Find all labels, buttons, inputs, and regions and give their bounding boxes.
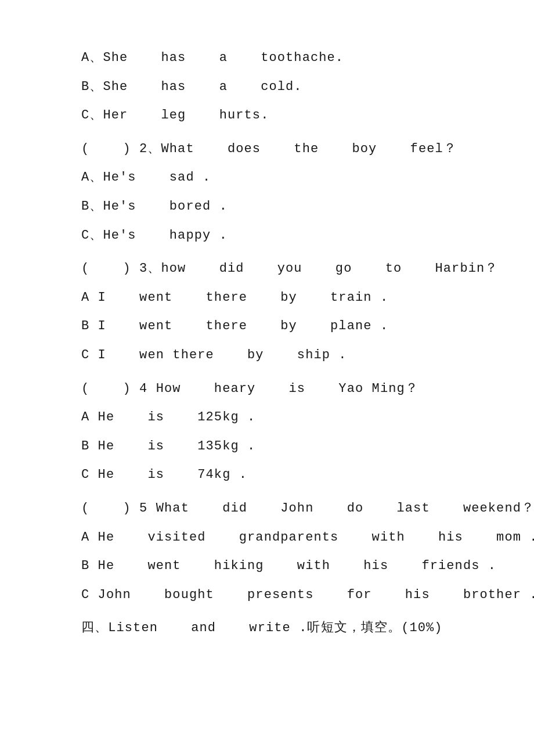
exam-line-b4: B He is 135kg . [81, 435, 499, 458]
exam-line-q2: ( ) 2、What does the boy feel？ [81, 138, 499, 161]
exam-line-a1: A、She has a toothache. [81, 46, 499, 70]
exam-line-b5: B He went hiking with his friends . [81, 555, 499, 578]
exam-line-c1: C、Her leg hurts. [81, 104, 499, 127]
exam-line-a5: A He visited grandparents with his mom . [81, 526, 499, 549]
exam-line-b3: B I went there by plane . [81, 315, 499, 338]
exam-line-q3: ( ) 3、how did you go to Harbin？ [81, 257, 499, 280]
exam-line-b1: B、She has a cold. [81, 75, 499, 99]
exam-line-a4: A He is 125kg . [81, 406, 499, 429]
exam-line-c4: C He is 74kg . [81, 463, 499, 487]
exam-line-q5: ( ) 5 What did John do last weekend？ [81, 497, 499, 520]
exam-content: A、She has a toothache.B、She has a cold.C… [81, 46, 499, 640]
exam-line-q4: ( ) 4 How heary is Yao Ming？ [81, 377, 499, 401]
exam-line-a3: A I went there by train . [81, 286, 499, 309]
exam-line-c2: C、He's happy . [81, 224, 499, 247]
exam-line-b2: B、He's bored . [81, 195, 499, 218]
exam-line-a2: A、He's sad . [81, 166, 499, 189]
exam-line-section4: 四、Listen and write .听短文，填空。(10%) [81, 617, 499, 640]
exam-line-c3: C I wen there by ship . [81, 344, 499, 367]
exam-line-c5: C John bought presents for his brother . [81, 584, 499, 607]
